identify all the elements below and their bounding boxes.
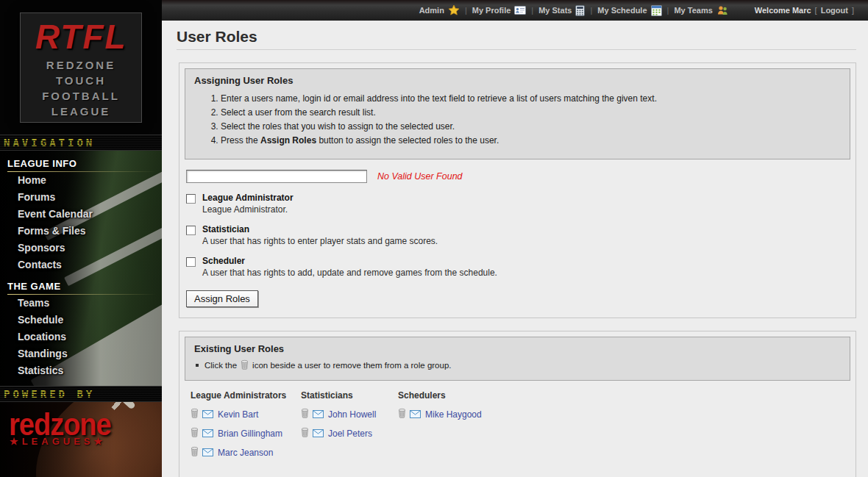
topbar-item-label: My Teams — [674, 6, 712, 15]
step-bold-text: Assign Roles — [260, 135, 316, 146]
logout-link[interactable]: Logout — [821, 6, 848, 15]
user-name-link[interactable]: Brian Gillingham — [218, 428, 282, 439]
assigning-instructions-panel: Assigning User Roles Enter a users name,… — [185, 68, 850, 159]
league-logo-area: RTFL REDZONE TOUCH FOOTBALL LEAGUE — [0, 0, 162, 135]
step-text: Press the — [221, 135, 260, 146]
role-name: Statistician — [202, 224, 438, 234]
topbar-item-my-teams[interactable]: My Teams — [674, 5, 728, 15]
star-icon — [448, 4, 460, 16]
assign-roles-button[interactable]: Assign Roles — [186, 290, 258, 307]
trash-icon — [237, 359, 252, 371]
user-name-link[interactable]: Kevin Bart — [218, 409, 258, 420]
sidebar-item-statistics[interactable]: Statistics — [7, 362, 162, 379]
role-name: Scheduler — [202, 256, 497, 266]
email-icon[interactable] — [313, 427, 324, 440]
sidebar-item-sponsors[interactable]: Sponsors — [7, 240, 162, 257]
role-option-league-administrator: League Administrator League Administrato… — [186, 193, 850, 215]
search-status-message: No Valid User Found — [377, 171, 463, 182]
remove-user-icon[interactable] — [191, 427, 199, 440]
group-title: League Administrators — [191, 390, 301, 401]
sidebar-item-teams[interactable]: Teams — [7, 295, 162, 312]
sidebar-item-forms-files[interactable]: Forms & Files — [7, 223, 162, 240]
user-row: Joel Peters — [301, 427, 398, 440]
logout-bracket: ] — [852, 6, 854, 15]
remove-user-icon[interactable] — [398, 408, 406, 421]
topbar: Admin | My Profile | My Stats | My Sched… — [162, 0, 868, 21]
email-icon[interactable] — [202, 427, 213, 440]
remove-user-icon[interactable] — [191, 446, 199, 459]
powered-by-bar: POWERED BY — [0, 386, 162, 402]
nav-section-title: THE GAME — [7, 281, 162, 295]
assigning-step: Select the roles that you wish to assign… — [221, 121, 841, 132]
group-league-administrators: League Administrators Kevin Bart Brian G… — [191, 390, 301, 465]
sidebar: RTFL REDZONE TOUCH FOOTBALL LEAGUE NAVIG… — [0, 0, 162, 477]
user-search-input[interactable] — [186, 170, 367, 183]
sidebar-nav-background: LEAGUE INFO Home Forums Event Calendar F… — [0, 151, 162, 386]
email-icon[interactable] — [313, 408, 324, 421]
assigning-section: Assigning User Roles Enter a users name,… — [179, 62, 856, 318]
sidebar-item-standings[interactable]: Standings — [7, 345, 162, 362]
topbar-item-my-schedule[interactable]: My Schedule — [597, 5, 661, 16]
user-name-link[interactable]: Marc Jeanson — [218, 448, 273, 458]
group-schedulers: Schedulers Mike Haygood — [398, 390, 482, 465]
email-icon[interactable] — [202, 408, 213, 421]
email-icon[interactable] — [410, 408, 421, 421]
league-logo-line: TOUCH — [21, 73, 141, 88]
league-logo: RTFL REDZONE TOUCH FOOTBALL LEAGUE — [20, 12, 142, 123]
calendar-icon — [651, 5, 662, 16]
calculator-icon — [575, 5, 585, 16]
remove-user-icon[interactable] — [191, 408, 199, 421]
main-content: User Roles Assigning User Roles Enter a … — [162, 21, 868, 477]
user-row: Brian Gillingham — [191, 427, 301, 440]
topbar-separator: | — [465, 6, 467, 15]
nav-section-the-game: THE GAME Teams Schedule Locations Standi… — [0, 273, 162, 379]
group-icon — [716, 5, 728, 15]
role-name: League Administrator — [202, 193, 294, 203]
remove-user-icon[interactable] — [301, 408, 309, 421]
group-statisticians: Statisticians John Howell Joel Peters — [301, 390, 398, 465]
user-name-link[interactable]: Mike Haygood — [425, 409, 482, 420]
sidebar-item-event-calendar[interactable]: Event Calendar — [7, 206, 162, 223]
existing-panel-title: Existing User Roles — [194, 343, 841, 354]
league-administrator-checkbox[interactable] — [186, 194, 196, 204]
user-row: John Howell — [301, 408, 398, 421]
role-description: A user that has rights to add, update an… — [202, 268, 497, 278]
vcard-icon — [514, 6, 526, 15]
existing-roles-panel: Existing User Roles Click the icon besid… — [185, 337, 850, 381]
sidebar-item-contacts[interactable]: Contacts — [7, 257, 162, 273]
assigning-step: Enter a users name, login id or email ad… — [221, 93, 841, 104]
page-title: User Roles — [177, 28, 856, 50]
email-icon[interactable] — [202, 446, 213, 459]
logout-bracket: [ — [815, 6, 817, 15]
user-row: Marc Jeanson — [191, 446, 301, 459]
topbar-item-label: My Stats — [538, 6, 572, 15]
existing-note: Click the icon beside a user to remove t… — [196, 359, 841, 371]
user-name-link[interactable]: John Howell — [328, 409, 376, 420]
topbar-item-my-profile[interactable]: My Profile — [472, 6, 527, 15]
nav-section-league-info: LEAGUE INFO Home Forums Event Calendar F… — [0, 151, 162, 273]
topbar-item-my-stats[interactable]: My Stats — [538, 5, 585, 16]
sidebar-item-schedule[interactable]: Schedule — [7, 312, 162, 329]
scheduler-checkbox[interactable] — [186, 257, 196, 267]
topbar-separator: | — [590, 6, 592, 15]
topbar-separator: | — [667, 6, 669, 15]
league-logo-line: REDZONE — [21, 57, 141, 73]
sidebar-item-home[interactable]: Home — [7, 172, 162, 189]
sidebar-item-locations[interactable]: Locations — [7, 329, 162, 345]
assigning-steps-list: Enter a users name, login id or email ad… — [194, 93, 841, 146]
topbar-item-admin[interactable]: Admin — [419, 4, 460, 16]
league-logo-abbr: RTFL — [21, 16, 141, 57]
note-text: Click the — [204, 361, 237, 370]
sidebar-item-forums[interactable]: Forums — [7, 189, 162, 206]
user-row: Mike Haygood — [398, 408, 482, 421]
navigation-header-bar: NAVIGATION — [0, 135, 162, 151]
user-name-link[interactable]: Joel Peters — [328, 428, 372, 439]
remove-user-icon[interactable] — [301, 427, 309, 440]
redzone-leagues-logo-area: redzone ★LEAGUES★ — [0, 402, 162, 477]
existing-section: Existing User Roles Click the icon besid… — [179, 331, 856, 477]
role-description: A user that has rights to enter player s… — [202, 236, 438, 246]
redzone-logo-subtext: ★LEAGUES★ — [0, 436, 162, 447]
user-row: Kevin Bart — [191, 408, 301, 421]
assigning-step: Press the Assign Roles button to assign … — [221, 135, 841, 146]
statistician-checkbox[interactable] — [186, 226, 196, 235]
